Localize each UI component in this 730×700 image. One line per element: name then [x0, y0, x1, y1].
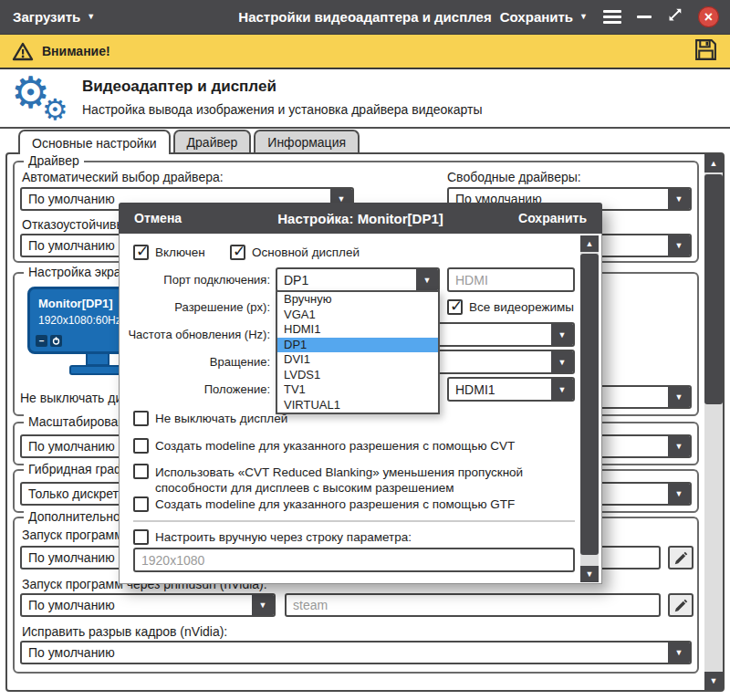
keep-on-label: Не выключать дисплей [155, 412, 287, 425]
run2-value: По умолчанию [22, 595, 252, 615]
caret-down-icon: ▼ [551, 324, 573, 345]
run2-input[interactable] [285, 593, 661, 617]
warning-triangle-icon [12, 42, 34, 61]
resolution-label: Разрешение (px): [174, 300, 270, 314]
failsafe-label: Отказоустойчивый [22, 217, 132, 232]
warning-label: Внимание! [42, 44, 110, 58]
caret-down-icon: ▼ [668, 189, 690, 209]
fix-tearing-label: Исправить разрыв кадров (nVidia): [22, 624, 227, 639]
caret-down-icon: ▼ [668, 387, 690, 407]
expand-icon [667, 7, 683, 23]
port-option[interactable]: HDMI1 [277, 322, 438, 338]
monitor-base [69, 365, 126, 375]
gtf-checkbox[interactable] [133, 496, 149, 512]
cvt-label: Создать modeline для указанного разрешен… [155, 439, 515, 453]
driver-group-legend: Драйвер [24, 153, 84, 168]
caret-down-icon: ▼ [551, 379, 573, 400]
dialog-scrollbar-thumb[interactable] [580, 254, 599, 555]
page-title: Видеоадаптер и дисплей [82, 78, 276, 96]
monitor-minimize-icon[interactable]: – [36, 335, 47, 347]
enabled-checkbox[interactable] [133, 245, 149, 260]
port-value: DP1 [277, 269, 416, 290]
run2-edit-button[interactable] [668, 593, 694, 617]
caret-down-icon: ▼ [668, 235, 690, 256]
fix-tearing-value: По умолчанию [22, 643, 668, 663]
port-option[interactable]: DVI1 [277, 352, 438, 368]
run1-edit-button[interactable] [668, 546, 694, 569]
port-select[interactable]: DP1 ▼ [276, 267, 440, 292]
pencil-icon [674, 599, 688, 612]
monitor-buttons: – [36, 335, 62, 347]
primary-display-checkbox[interactable] [230, 245, 245, 260]
cvt-rb-checkbox[interactable] [133, 464, 149, 479]
divider [133, 520, 575, 522]
keep-on-checkbox[interactable] [133, 411, 149, 426]
monitor-mode: 1920x1080:60Hz [38, 314, 121, 327]
chevron-down-icon: ▼ [579, 13, 588, 21]
cvt-rb-label: Использовать «CVT Reduced Blanking» умен… [155, 465, 577, 496]
rotation-label: Вращение: [210, 355, 270, 369]
port-input[interactable] [447, 267, 575, 292]
port-option[interactable]: DP1 [277, 338, 438, 353]
app-window: Загрузить ▼ Настройки видеоадаптера и ди… [0, 0, 730, 700]
manual-mode-input[interactable] [133, 548, 575, 572]
all-modes-checkbox[interactable] [447, 299, 463, 315]
save-menu-label: Сохранить [500, 9, 573, 25]
minimize-icon [637, 16, 652, 18]
enabled-label: Включен [155, 246, 205, 259]
port-option[interactable]: VGA1 [277, 308, 438, 323]
warning-bar: Внимание! [0, 34, 730, 69]
fix-tearing-select[interactable]: По умолчанию ▼ [20, 641, 692, 664]
manual-mode-checkbox[interactable] [133, 529, 149, 545]
cvt-checkbox[interactable] [133, 438, 149, 454]
port-label: Порт подключения: [163, 273, 270, 287]
dialog-save-button[interactable]: Сохранить [518, 203, 587, 234]
refresh-label: Частота обновления (Hz): [128, 328, 270, 341]
titlebar: Загрузить ▼ Настройки видеоадаптера и ди… [0, 0, 730, 34]
tab-information[interactable]: Информация [254, 130, 360, 152]
dialog-header: Отмена Настройка: Monitor[DP1] Сохранить [119, 203, 602, 234]
position-display-select[interactable]: HDMI1 ▼ [447, 377, 575, 402]
menu-icon[interactable] [603, 10, 621, 24]
port-option[interactable]: TV1 [277, 382, 438, 398]
caret-down-icon: ▼ [416, 269, 438, 290]
gtf-label: Создать modeline для указанного разрешен… [155, 497, 515, 511]
close-icon: × [704, 9, 713, 26]
run2-select[interactable]: По умолчанию ▼ [20, 593, 276, 617]
save-file-button[interactable] [694, 37, 718, 66]
minimize-button[interactable] [637, 16, 652, 18]
titlebar-actions: Сохранить ▼ × [500, 0, 719, 34]
port-option[interactable]: LVDS1 [277, 368, 438, 383]
save-menu-button[interactable]: Сохранить ▼ [500, 0, 588, 34]
dialog-scroll-up-button[interactable]: ▲ [580, 235, 599, 252]
tab-basic-settings[interactable]: Основные настройки [18, 130, 171, 154]
page-header: ⚙ ⚙ Видеоадаптер и дисплей Настройка выв… [0, 69, 730, 129]
all-modes-label: Все видеорежимы [469, 300, 574, 314]
extra-group-legend: Дополнительно [24, 509, 125, 524]
dialog-scroll-down-button[interactable]: ▼ [580, 566, 599, 582]
monitor-power-icon[interactable] [50, 335, 62, 347]
main-scrollbar-thumb[interactable] [704, 174, 723, 404]
free-drivers-label: Свободные драйверы: [447, 170, 581, 184]
tab-driver[interactable]: Драйвер [173, 130, 252, 152]
caret-down-icon: ▼ [668, 643, 690, 663]
scroll-down-button[interactable]: ▼ [704, 672, 723, 690]
maximize-button[interactable] [667, 7, 683, 26]
port-option[interactable]: Вручную [277, 292, 438, 308]
manual-mode-label: Настроить вручную через строку параметра… [155, 530, 412, 544]
scroll-up-button[interactable]: ▲ [704, 154, 723, 172]
position-display-value: HDMI1 [449, 379, 551, 400]
run1-label: Запуск программ ч [22, 528, 133, 542]
port-option[interactable]: VIRTUAL1 [277, 398, 438, 413]
monitor-name: Monitor[DP1] [38, 297, 113, 310]
close-button[interactable]: × [698, 6, 719, 27]
caret-down-icon: ▼ [668, 484, 690, 504]
caret-down-icon: ▼ [551, 351, 573, 372]
warning-message: Внимание! [12, 42, 110, 61]
primary-display-label: Основной дисплей [252, 246, 360, 259]
caret-down-icon: ▼ [668, 436, 690, 456]
port-options-list: Вручную VGA1 HDMI1 DP1 DVI1 LVDS1 TV1 VI… [276, 290, 440, 414]
gear-icon: ⚙ [42, 95, 68, 124]
caret-down-icon: ▼ [252, 595, 274, 615]
auto-driver-label: Автоматический выбор драйвера: [22, 170, 224, 184]
